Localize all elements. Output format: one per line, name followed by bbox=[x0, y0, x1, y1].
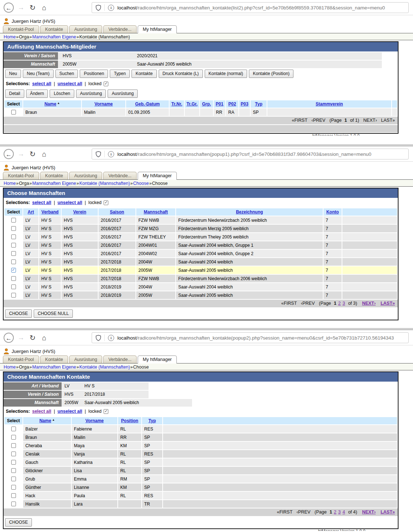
url-bar[interactable]: i localhost/radicore/htm/orga_mannschaft… bbox=[92, 2, 409, 13]
unselect-all-link[interactable]: unselect all bbox=[58, 200, 82, 205]
pagination-last[interactable]: LAST» bbox=[380, 301, 395, 306]
choose-button[interactable]: CHOOSE bbox=[5, 518, 32, 527]
action-button[interactable]: Löschen bbox=[50, 90, 74, 98]
row-checkbox[interactable] bbox=[11, 110, 16, 115]
row-checkbox[interactable] bbox=[11, 443, 16, 448]
row-checkbox[interactable] bbox=[11, 485, 16, 490]
toolbar-button[interactable]: Suchen bbox=[55, 70, 78, 78]
page-link[interactable]: 4 bbox=[342, 510, 345, 515]
app-tab[interactable]: Ausrüstung bbox=[69, 172, 102, 179]
page-link[interactable]: 3 bbox=[338, 510, 341, 515]
url-bar[interactable]: i localhost/radicore/htm/orga_mannschaft… bbox=[92, 149, 409, 159]
breadcrumb-item[interactable]: Kontakte (Mannschaften) bbox=[79, 365, 130, 370]
app-tab[interactable]: My htManager bbox=[138, 356, 177, 363]
row-checkbox[interactable] bbox=[11, 493, 16, 498]
app-tab[interactable]: Kontakte bbox=[40, 356, 68, 363]
row-checkbox[interactable] bbox=[11, 243, 16, 248]
row-checkbox[interactable] bbox=[11, 276, 16, 281]
row-checkbox[interactable] bbox=[11, 251, 16, 256]
app-tab[interactable]: Kontakt-Pool bbox=[3, 172, 39, 179]
pagination-next[interactable]: NEXT› bbox=[362, 301, 376, 306]
locked-checkbox[interactable] bbox=[104, 409, 108, 414]
app-tab[interactable]: Ausrüstung bbox=[69, 25, 102, 33]
toolbar-button[interactable]: Druck Kontakte (L) bbox=[159, 70, 203, 78]
breadcrumb-item[interactable]: Kontakte (Mannschaften) bbox=[79, 181, 130, 186]
select-all-link[interactable]: select all bbox=[32, 409, 51, 414]
back-button[interactable]: ← bbox=[4, 3, 14, 13]
back-button[interactable]: ← bbox=[4, 333, 14, 343]
app-tab[interactable]: Kontakt-Pool bbox=[3, 25, 39, 33]
locked-checkbox[interactable] bbox=[104, 82, 108, 86]
breadcrumb-item[interactable]: Mannschaften Eigene bbox=[32, 365, 76, 370]
home-button[interactable]: ⌂ bbox=[40, 3, 49, 13]
row-checkbox[interactable] bbox=[11, 427, 16, 431]
back-button[interactable]: ← bbox=[4, 149, 14, 159]
page-link[interactable]: 3 bbox=[342, 301, 345, 306]
locked-checkbox[interactable] bbox=[104, 200, 108, 205]
row-checkbox[interactable] bbox=[11, 234, 16, 239]
action-button[interactable]: Detail bbox=[5, 90, 24, 98]
action-button[interactable]: Ausrüstung bbox=[76, 90, 106, 98]
row-checkbox[interactable] bbox=[11, 218, 16, 223]
app-tab[interactable]: Kontakt-Pool bbox=[3, 356, 39, 363]
shield-icon[interactable] bbox=[96, 151, 101, 157]
url-bar[interactable]: i localhost/radicore/htm/orga_mannschaft… bbox=[92, 332, 409, 343]
breadcrumb-item[interactable]: Home bbox=[4, 181, 16, 186]
home-button[interactable]: ⌂ bbox=[40, 333, 49, 343]
refresh-button[interactable]: ↻ bbox=[28, 149, 37, 159]
row-checkbox[interactable] bbox=[11, 468, 16, 473]
info-icon[interactable]: i bbox=[108, 151, 114, 157]
app-tab[interactable]: Kontakte bbox=[40, 25, 68, 33]
home-button[interactable]: ⌂ bbox=[40, 149, 49, 159]
toolbar-button[interactable]: Kontakte (normal) bbox=[205, 70, 247, 78]
row-checkbox[interactable] bbox=[11, 268, 16, 273]
choose-button[interactable]: CHOOSE bbox=[5, 309, 32, 318]
row-checkbox[interactable] bbox=[11, 435, 16, 440]
breadcrumb-item[interactable]: Home bbox=[4, 365, 16, 370]
row-checkbox[interactable] bbox=[11, 284, 16, 289]
pagination-last[interactable]: LAST» bbox=[380, 510, 395, 515]
app-tab[interactable]: My htManager bbox=[138, 172, 177, 180]
toolbar-button[interactable]: Neu bbox=[5, 70, 21, 78]
shield-icon[interactable] bbox=[96, 335, 101, 341]
app-tab[interactable]: Verbände... bbox=[103, 356, 137, 363]
page-link[interactable]: 2 bbox=[334, 510, 337, 515]
row-checkbox[interactable] bbox=[11, 293, 16, 298]
toolbar-button[interactable]: Positionen bbox=[80, 70, 108, 78]
app-tab[interactable]: My htManager bbox=[138, 25, 177, 33]
row-checkbox[interactable] bbox=[11, 460, 16, 465]
app-tab[interactable]: Verbände... bbox=[103, 172, 137, 179]
unselect-all-link[interactable]: unselect all bbox=[58, 81, 82, 86]
row-checkbox[interactable] bbox=[11, 477, 16, 481]
toolbar-button[interactable]: Kontakte (Position) bbox=[249, 70, 293, 78]
select-all-link[interactable]: select all bbox=[32, 200, 51, 205]
choose-button[interactable]: CHOOSE NULL bbox=[34, 309, 73, 318]
breadcrumb-item[interactable]: Mannschaften Eigene bbox=[32, 181, 76, 186]
pagination-next[interactable]: NEXT› bbox=[362, 510, 376, 515]
row-checkbox[interactable] bbox=[11, 502, 16, 506]
app-tab[interactable]: Kontakte bbox=[40, 172, 68, 179]
forward-button[interactable]: → bbox=[17, 149, 25, 159]
app-tab[interactable]: Ausrüstung bbox=[69, 356, 102, 363]
toolbar-button[interactable]: Neu (Team) bbox=[23, 70, 54, 78]
forward-button[interactable]: → bbox=[17, 333, 25, 343]
app-tab[interactable]: Verbände... bbox=[103, 25, 137, 33]
row-checkbox[interactable] bbox=[11, 452, 16, 456]
shield-icon[interactable] bbox=[96, 5, 101, 11]
toolbar-button[interactable]: Kontakte bbox=[132, 70, 157, 78]
breadcrumb-item[interactable]: Mannschaften Eigene bbox=[32, 34, 76, 40]
breadcrumb-item[interactable]: Home bbox=[4, 34, 16, 40]
toolbar-button[interactable]: Typen bbox=[110, 70, 130, 78]
select-all-link[interactable]: select all bbox=[32, 81, 51, 86]
action-button[interactable]: Ausrüstung bbox=[108, 90, 138, 98]
unselect-all-link[interactable]: unselect all bbox=[58, 409, 82, 414]
row-checkbox[interactable] bbox=[11, 226, 16, 231]
forward-button[interactable]: → bbox=[17, 3, 25, 13]
info-icon[interactable]: i bbox=[108, 5, 114, 11]
info-icon[interactable]: i bbox=[108, 335, 114, 341]
action-button[interactable]: Ändern bbox=[26, 90, 48, 98]
breadcrumb-item[interactable]: Choose bbox=[133, 181, 149, 186]
refresh-button[interactable]: ↻ bbox=[28, 333, 37, 343]
page-link[interactable]: 2 bbox=[338, 301, 341, 306]
refresh-button[interactable]: ↻ bbox=[28, 3, 37, 13]
